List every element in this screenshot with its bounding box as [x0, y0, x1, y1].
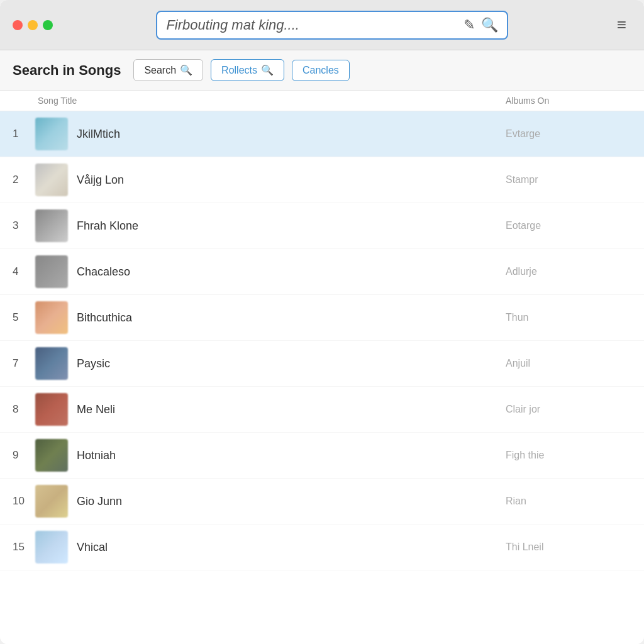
table-row[interactable]: 3 Fhrah Klone Eotarge: [0, 203, 644, 249]
search-btn-icon: 🔍: [180, 64, 192, 76]
song-title: Fhrah Klone: [77, 219, 506, 233]
col-albums-header: Albums On: [506, 96, 631, 106]
album-art: [35, 118, 68, 150]
titlebar: ✎ 🔍 ≡: [0, 0, 644, 50]
song-number: 2: [13, 174, 35, 186]
minimize-button[interactable]: [28, 20, 38, 30]
song-number: 7: [13, 357, 35, 370]
song-album: Thi Lneil: [506, 541, 631, 553]
table-row[interactable]: 15 Vhical Thi Lneil: [0, 525, 644, 570]
song-number: 3: [13, 219, 35, 232]
song-number: 5: [13, 311, 35, 324]
column-headers: Song Title Albums On: [0, 91, 644, 111]
song-album: Thun: [506, 312, 631, 323]
song-album: Rian: [506, 496, 631, 507]
page-title: Search in Songs: [13, 62, 121, 79]
song-list[interactable]: 1 JkilMtich Evtarge 2 Våijg Lon Stampr 3…: [0, 111, 644, 644]
song-album: Clair jor: [506, 404, 631, 415]
col-song-title-header: Song Title: [38, 96, 506, 106]
song-number: 15: [13, 541, 35, 553]
song-album: Adlurje: [506, 266, 631, 277]
album-art: [35, 439, 68, 472]
cancles-btn-label: Cancles: [303, 65, 339, 76]
song-title: Bithcuthica: [77, 311, 506, 325]
table-row[interactable]: 2 Våijg Lon Stampr: [0, 157, 644, 203]
song-title: Me Neli: [77, 403, 506, 416]
album-art: [35, 209, 68, 242]
song-album: Anjuil: [506, 358, 631, 369]
song-number: 9: [13, 449, 35, 462]
table-row[interactable]: 9 Hotniah Figh thie: [0, 433, 644, 479]
menu-button[interactable]: ≡: [612, 13, 631, 37]
album-art: [35, 347, 68, 380]
search-button[interactable]: Search 🔍: [133, 59, 203, 81]
search-bar: ✎ 🔍: [156, 11, 508, 40]
maximize-button[interactable]: [43, 20, 53, 30]
table-row[interactable]: 10 Gio Junn Rian: [0, 479, 644, 525]
song-number: 8: [13, 403, 35, 416]
song-album: Evtarge: [506, 128, 631, 140]
album-art: [35, 301, 68, 334]
song-title: Paysic: [77, 357, 506, 370]
song-number: 10: [13, 495, 35, 508]
search-btn-label: Search: [144, 65, 176, 76]
album-art: [35, 485, 68, 518]
album-art: [35, 255, 68, 288]
song-title: Hotniah: [77, 449, 506, 462]
table-row[interactable]: 7 Paysic Anjuil: [0, 341, 644, 387]
song-title: JkilMtich: [77, 128, 506, 141]
table-row[interactable]: 8 Me Neli Clair jor: [0, 387, 644, 433]
traffic-lights: [13, 20, 53, 30]
table-row[interactable]: 1 JkilMtich Evtarge: [0, 111, 644, 157]
song-title: Gio Junn: [77, 495, 506, 508]
song-album: Eotarge: [506, 220, 631, 231]
toolbar: Search in Songs Search 🔍 Rollects 🔍 Canc…: [0, 50, 644, 91]
search-input[interactable]: [166, 17, 457, 33]
album-art: [35, 393, 68, 426]
song-number: 1: [13, 128, 35, 140]
search-bar-container: ✎ 🔍: [63, 11, 602, 40]
song-title: Våijg Lon: [77, 174, 506, 187]
rollects-btn-label: Rollects: [221, 65, 257, 76]
table-row[interactable]: 4 Chacaleso Adlurje: [0, 249, 644, 295]
song-album: Figh thie: [506, 450, 631, 461]
album-art: [35, 164, 68, 196]
close-button[interactable]: [13, 20, 23, 30]
song-album: Stampr: [506, 174, 631, 186]
album-art: [35, 531, 68, 564]
rollects-btn-icon: 🔍: [261, 64, 274, 76]
cursor-icon: ✎: [464, 17, 475, 33]
song-title: Chacaleso: [77, 265, 506, 279]
rollects-button[interactable]: Rollects 🔍: [211, 59, 284, 81]
table-row[interactable]: 5 Bithcuthica Thun: [0, 295, 644, 341]
song-number: 4: [13, 265, 35, 278]
song-title: Vhical: [77, 541, 506, 554]
search-icon: 🔍: [481, 17, 498, 33]
cancles-button[interactable]: Cancles: [292, 60, 350, 81]
app-window: ✎ 🔍 ≡ Search in Songs Search 🔍 Rollects …: [0, 0, 644, 644]
